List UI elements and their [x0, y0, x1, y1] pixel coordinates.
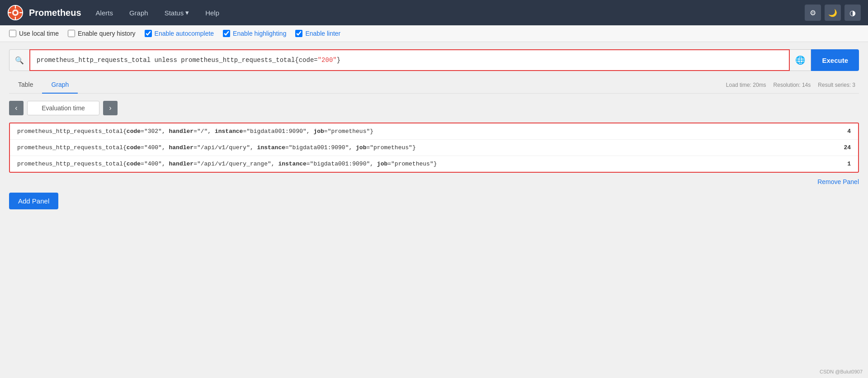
tabs: Table Graph	[9, 76, 78, 93]
highlighting-checkbox[interactable]	[223, 30, 230, 37]
query-history-label[interactable]: Enable query history	[68, 30, 136, 37]
result-metric-1: prometheus_http_requests_total{code="302…	[17, 128, 833, 135]
result-value-1: 4	[833, 128, 851, 135]
linter-label[interactable]: Enable linter	[295, 30, 340, 37]
toolbar: Use local time Enable query history Enab…	[0, 25, 868, 42]
result-series: Result series: 3	[818, 82, 855, 88]
table-row: prometheus_http_requests_total{code="400…	[10, 156, 858, 172]
eval-time-display: Evaluation time	[27, 101, 99, 115]
highlighting-label[interactable]: Enable highlighting	[223, 30, 286, 37]
next-eval-button[interactable]: ›	[103, 101, 118, 115]
table-row: prometheus_http_requests_total{code="400…	[10, 140, 858, 156]
tab-table[interactable]: Table	[9, 76, 42, 94]
load-time: Load time: 20ms	[726, 82, 766, 88]
query-input[interactable]: prometheus_http_requests_total unless pr…	[29, 49, 790, 71]
prev-eval-button[interactable]: ‹	[9, 101, 24, 115]
search-button[interactable]: 🔍	[9, 49, 29, 71]
globe-button[interactable]: 🌐	[790, 49, 811, 71]
navbar: Prometheus Alerts Graph Status ▾ Help ⚙ …	[0, 0, 868, 25]
nav-help[interactable]: Help	[202, 7, 223, 19]
resolution: Resolution: 14s	[774, 82, 811, 88]
linter-checkbox[interactable]	[295, 30, 302, 37]
result-metric-3: prometheus_http_requests_total{code="400…	[17, 161, 833, 167]
nav-graph[interactable]: Graph	[126, 7, 152, 19]
settings-button[interactable]: ⚙	[805, 5, 821, 21]
result-metric-2: prometheus_http_requests_total{code="400…	[17, 144, 833, 151]
query-text[interactable]: prometheus_http_requests_total unless pr…	[37, 56, 340, 65]
remove-panel: Remove Panel	[9, 178, 859, 185]
use-local-time-checkbox[interactable]	[9, 30, 16, 37]
results-container: prometheus_http_requests_total{code="302…	[9, 123, 859, 173]
brand-title: Prometheus	[29, 8, 81, 18]
use-local-time-label[interactable]: Use local time	[9, 30, 59, 37]
main-content: 🔍 prometheus_http_requests_total unless …	[0, 42, 868, 217]
tab-graph[interactable]: Graph	[42, 76, 78, 94]
execute-button[interactable]: Execute	[811, 49, 859, 71]
theme-dark-button[interactable]: ◑	[844, 5, 861, 21]
svg-point-2	[14, 11, 17, 14]
eval-row: ‹ Evaluation time ›	[9, 101, 859, 115]
autocomplete-label[interactable]: Enable autocomplete	[145, 30, 214, 37]
brand: Prometheus	[7, 5, 81, 21]
load-info: Load time: 20ms Resolution: 14s Result s…	[726, 82, 859, 88]
theme-moon-button[interactable]: 🌙	[825, 5, 841, 21]
dropdown-arrow-icon: ▾	[185, 9, 189, 17]
navbar-right: ⚙ 🌙 ◑	[805, 5, 861, 21]
remove-panel-link[interactable]: Remove Panel	[817, 178, 859, 185]
query-history-checkbox[interactable]	[68, 30, 75, 37]
add-panel-button[interactable]: Add Panel	[9, 193, 58, 209]
query-bar: 🔍 prometheus_http_requests_total unless …	[9, 49, 859, 71]
prometheus-logo	[7, 5, 24, 21]
nav-alerts[interactable]: Alerts	[92, 7, 117, 19]
result-value-2: 24	[833, 144, 851, 151]
nav-status[interactable]: Status ▾	[161, 7, 193, 19]
table-row: prometheus_http_requests_total{code="302…	[10, 123, 858, 140]
result-value-3: 1	[833, 161, 851, 167]
navbar-nav: Alerts Graph Status ▾ Help	[92, 7, 794, 19]
autocomplete-checkbox[interactable]	[145, 30, 152, 37]
tabs-row: Table Graph Load time: 20ms Resolution: …	[9, 76, 859, 94]
